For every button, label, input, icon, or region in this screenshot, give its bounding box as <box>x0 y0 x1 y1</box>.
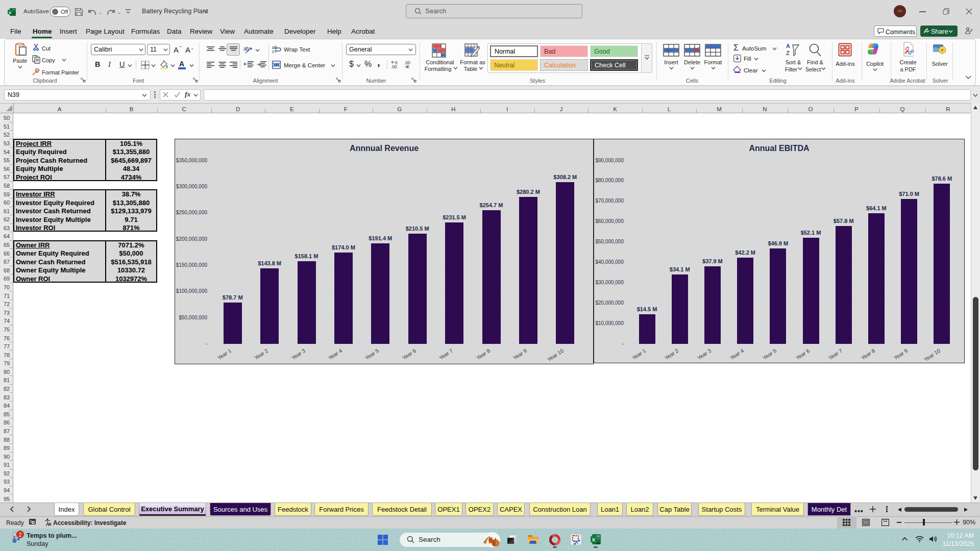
svg-text:c: c <box>272 49 275 53</box>
svg-text:A: A <box>786 43 790 49</box>
svg-text:.00: .00 <box>391 64 397 69</box>
svg-text:x: x <box>9 10 11 15</box>
svg-text:Z: Z <box>786 50 790 56</box>
svg-text:X: X <box>592 537 596 542</box>
